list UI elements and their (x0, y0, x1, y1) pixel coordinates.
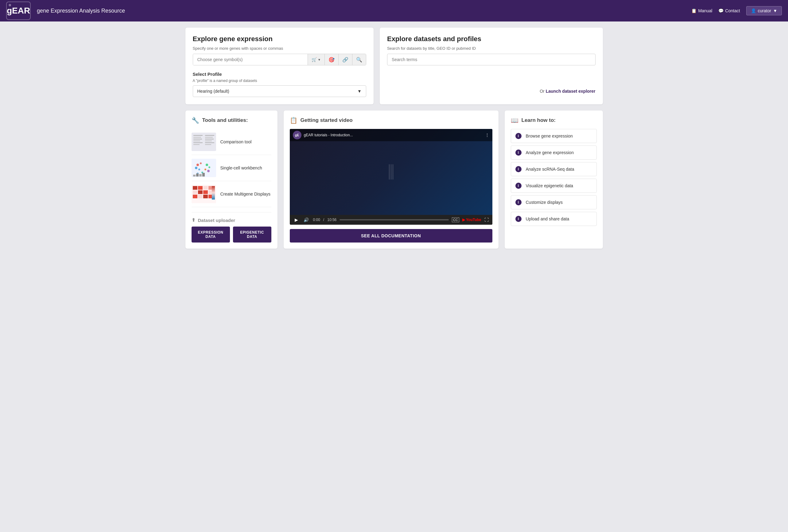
learn-label-4: Visualize epigenetic data (526, 183, 573, 188)
logo-spiral-icon: ✿ (8, 3, 11, 7)
explore-datasets-panel: Explore datasets and profiles Search for… (380, 27, 603, 104)
profile-dropdown[interactable]: Hearing (default) ▼ (193, 85, 366, 97)
video-thumbnail: gE gEAR tutorials - Introduction... ⋮ (290, 129, 492, 215)
singlecell-tool-item[interactable]: Single-cell workbench (192, 155, 271, 181)
curator-button[interactable]: 👤 curator ▼ (746, 6, 782, 15)
gene-symbol-input[interactable] (193, 54, 308, 65)
learn-panel: 📖 Learn how to: i Browse gene expression… (505, 111, 603, 249)
learn-item-analyze-scrna[interactable]: i Analyze scRNA-Seq data (511, 162, 597, 176)
svg-point-19 (209, 166, 210, 168)
info-icon-2: i (515, 150, 521, 156)
video-overlay-header: gE gEAR tutorials - Introduction... ⋮ (290, 129, 492, 141)
play-button[interactable]: ▶ (294, 217, 299, 223)
svg-rect-41 (212, 186, 215, 199)
comparison-thumb-svg (192, 133, 216, 151)
target-button[interactable]: 🎯 (324, 54, 338, 65)
cc-button[interactable]: CC (452, 217, 459, 222)
svg-point-18 (206, 164, 208, 166)
upload-icon: ⬆ (192, 217, 196, 223)
multigene-thumb-svg (192, 185, 216, 203)
svg-rect-30 (198, 186, 203, 190)
dataset-search-input[interactable] (387, 54, 595, 65)
svg-point-20 (204, 169, 206, 170)
svg-point-21 (207, 170, 210, 172)
svg-rect-25 (196, 174, 199, 177)
select-profile-section: Select Profile A "profile" is a named gr… (193, 72, 366, 97)
gene-input-row: 🛒 ▼ 🎯 🔗 🔍 (193, 54, 366, 65)
video-container: gE gEAR tutorials - Introduction... ⋮ ▶ … (290, 129, 492, 225)
link-icon: 🔗 (342, 57, 349, 63)
youtube-logo: ▶ YouTube (462, 218, 481, 222)
search-button[interactable]: 🔍 (352, 54, 366, 65)
comparison-tool-item[interactable]: Comparison tool (192, 129, 271, 155)
learn-panel-header: 📖 Learn how to: (511, 117, 597, 124)
launch-link-area: Or Launch dataset explorer (387, 89, 595, 94)
svg-point-16 (195, 167, 197, 169)
video-options-icon: ⋮ (485, 133, 489, 138)
app-header: ✿ gEAR gene Expression Analysis Resource… (0, 0, 788, 21)
video-title: gEAR tutorials - Introduction... (304, 133, 353, 137)
info-icon-3: i (515, 166, 521, 172)
svg-rect-3 (193, 139, 202, 139)
logo-area: ✿ gEAR (6, 2, 31, 20)
header-nav: 📋 Manual 💬 Contact 👤 curator ▼ (691, 6, 782, 15)
wrench-icon: 🔧 (192, 117, 199, 124)
video-channel-icon: gE (293, 131, 301, 139)
learn-item-visualize-epigenetic[interactable]: i Visualize epigenetic data (511, 179, 597, 193)
logo-box[interactable]: ✿ gEAR (6, 2, 31, 20)
link-button[interactable]: 🔗 (338, 54, 352, 65)
profile-description: A "profile" is a named group of datasets (193, 79, 366, 83)
top-panels-row: Explore gene expression Specify one or m… (185, 27, 603, 104)
manual-link[interactable]: 📋 Manual (691, 8, 712, 13)
contact-link[interactable]: 💬 Contact (718, 8, 740, 13)
comparison-thumb (192, 133, 216, 151)
cart-chevron-icon: ▼ (318, 58, 321, 61)
learn-item-upload-share[interactable]: i Upload and share data (511, 212, 597, 226)
launch-dataset-explorer-link[interactable]: Launch dataset explorer (546, 89, 595, 94)
expression-data-button[interactable]: EXPRESSION DATA (192, 226, 230, 242)
video-screenshot (383, 158, 399, 186)
svg-point-15 (200, 162, 202, 164)
svg-rect-29 (193, 186, 197, 190)
time-current: 0:00 (313, 218, 320, 222)
dataset-uploader-header: ⬆ Dataset uploader (192, 217, 271, 223)
time-total: 10:56 (327, 218, 336, 222)
svg-rect-31 (203, 186, 208, 190)
contact-icon: 💬 (718, 8, 724, 13)
tools-section-label: Tools and utilities: (202, 117, 248, 123)
progress-bar[interactable] (339, 219, 449, 220)
svg-rect-26 (199, 174, 202, 177)
upload-buttons: EXPRESSION DATA EPIGENETIC DATA (192, 226, 271, 242)
volume-button[interactable]: 🔊 (302, 217, 310, 223)
main-content: Explore gene expression Specify one or m… (179, 21, 609, 255)
video-panel-header: 📋 Getting started video (290, 117, 492, 124)
svg-rect-34 (198, 190, 203, 194)
search-icon: 🔍 (356, 57, 362, 63)
cart-button[interactable]: 🛒 ▼ (308, 54, 324, 65)
explore-gene-title: Explore gene expression (193, 35, 366, 43)
svg-rect-35 (203, 190, 208, 194)
info-icon-1: i (515, 133, 521, 139)
learn-item-customize-displays[interactable]: i Customize displays (511, 195, 597, 209)
manual-icon: 📋 (691, 8, 696, 13)
svg-rect-9 (205, 139, 214, 139)
svg-rect-2 (193, 137, 201, 138)
explore-gene-panel: Explore gene expression Specify one or m… (185, 27, 374, 104)
multigene-tool-item[interactable]: Create Multigene Displays (192, 181, 271, 207)
multigene-thumb (192, 185, 216, 203)
profile-value: Hearing (default) (197, 89, 229, 94)
svg-rect-1 (193, 135, 203, 136)
svg-rect-33 (193, 190, 197, 194)
svg-rect-5 (193, 142, 203, 143)
learn-item-analyze-gene[interactable]: i Analyze gene expression (511, 145, 597, 160)
learn-section-label: Learn how to: (521, 117, 556, 123)
info-icon-6: i (515, 216, 521, 222)
svg-rect-24 (193, 175, 196, 177)
profile-chevron-icon: ▼ (357, 89, 361, 94)
learn-item-browse-gene[interactable]: i Browse gene expression (511, 129, 597, 143)
see-all-documentation-button[interactable]: SEE ALL DOCUMENTATION (290, 229, 492, 242)
svg-rect-38 (198, 195, 203, 198)
comparison-tool-label: Comparison tool (220, 139, 252, 144)
fullscreen-button[interactable]: ⛶ (485, 217, 489, 222)
epigenetic-data-button[interactable]: EPIGENETIC DATA (233, 226, 271, 242)
